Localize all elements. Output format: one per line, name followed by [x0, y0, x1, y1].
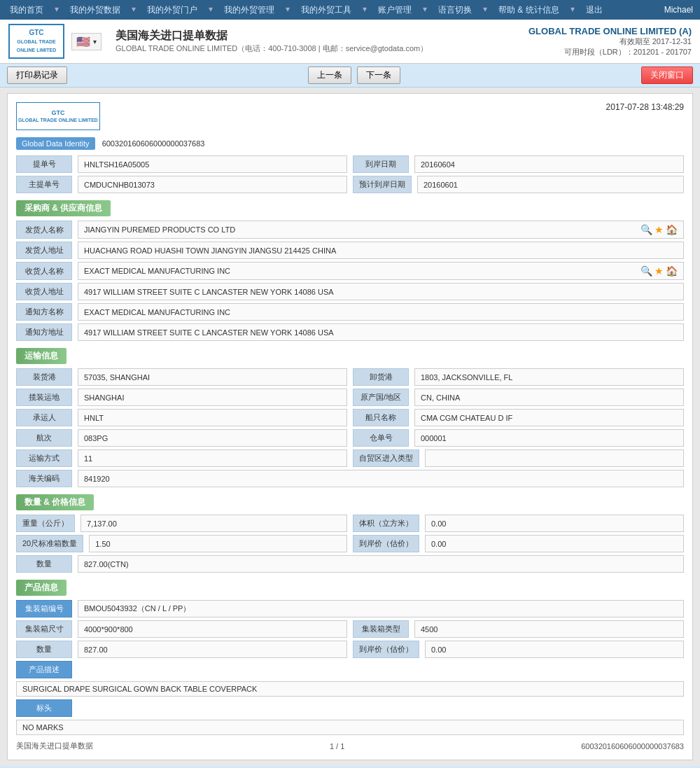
company-name: GLOBAL TRADE ONLINE LIMITED (A)	[528, 26, 692, 36]
shipper-icons: 🔍 ★ 🏠	[640, 224, 678, 235]
container-size-type-row: 集装箱尺寸 4000*900*800 集装箱类型 4500	[16, 620, 684, 638]
account-info: GLOBAL TRADE ONLINE LIMITED (A) 有效期至 201…	[528, 26, 692, 57]
gdi-label: Global Data Identity	[16, 137, 95, 150]
nav-tools[interactable]: 我的外贸工具	[298, 4, 354, 16]
voyage-value: 083PG	[78, 429, 347, 447]
print-button[interactable]: 打印易记录	[7, 67, 67, 84]
shipper-search-icon[interactable]: 🔍	[640, 224, 652, 235]
nav-help[interactable]: 帮助 & 统计信息	[496, 4, 562, 16]
container-no-row: 集装箱编号 BMOU5043932（CN / L / PP）	[16, 600, 684, 617]
product-arrived-price-value: 0.00	[425, 641, 684, 658]
container-no-value: BMOU5043932（CN / L / PP）	[78, 600, 684, 617]
product-section-header: 产品信息	[16, 580, 684, 596]
arrived-price-value: 0.00	[425, 535, 684, 552]
container-20-label: 20尺标准箱数量	[16, 535, 83, 552]
container-type-label: 集装箱类型	[353, 620, 409, 638]
arrived-price-label: 到岸价（估价）	[353, 535, 419, 552]
nav-home[interactable]: 我的首页	[7, 4, 46, 16]
product-title: 产品信息	[16, 580, 66, 596]
page-number: 1 / 1	[330, 742, 344, 750]
master-bill-label: 主提单号	[16, 176, 72, 193]
master-bill-value: CMDUCNHB013073	[78, 176, 347, 193]
nav-portal[interactable]: 我的外贸门户	[144, 4, 200, 16]
qty-value: 827.00(CTN)	[78, 555, 684, 573]
qty-row: 数量 827.00(CTN)	[16, 555, 684, 573]
container-price-row: 20尺标准箱数量 1.50 到岸价（估价） 0.00	[16, 535, 684, 552]
consignee-addr-row: 收货人地址 4917 WILLIAM STREET SUITE C LANCAS…	[16, 283, 684, 300]
consignee-addr-value: 4917 WILLIAM STREET SUITE C LANCASTER NE…	[78, 283, 684, 300]
transport-mode-value: 11	[78, 449, 347, 467]
notify-addr-label: 通知方地址	[16, 323, 72, 341]
ftz-entry-label: 自贸区进入类型	[353, 449, 419, 467]
notify-name-label: 通知方名称	[16, 303, 72, 321]
shipper-name-label: 发货人名称	[16, 221, 72, 239]
shipper-star-icon[interactable]: ★	[654, 224, 664, 235]
product-desc-label: 产品描述	[16, 661, 72, 678]
toolbar-top: 打印易记录 上一条 下一条 关闭窗口	[0, 64, 700, 88]
marks-label: 标头	[16, 699, 72, 717]
supplier-section-header: 采购商 & 供应商信息	[16, 200, 684, 216]
page-main-title: 美国海关进口提单数据	[115, 29, 528, 43]
loading-port-label: 装货港	[16, 368, 72, 386]
transport-ftz-row: 运输方式 11 自贸区进入类型	[16, 449, 684, 467]
qty-section-header: 数量 & 价格信息	[16, 494, 684, 510]
product-arrived-price-label: 到岸价（估价）	[353, 641, 419, 658]
consignee-home-icon[interactable]: 🏠	[666, 265, 678, 277]
nav-account[interactable]: 账户管理	[375, 4, 414, 16]
page-record-id: 600320160606000000037683	[581, 742, 684, 750]
container-20-value: 1.50	[89, 535, 347, 552]
card-header: GTCGLOBAL TRADE ONLINE LIMITED 2017-07-2…	[16, 102, 684, 130]
carrier-value: HNLT	[78, 409, 347, 426]
carrier-label: 承运人	[16, 409, 72, 426]
nav-management[interactable]: 我的外贸管理	[221, 4, 277, 16]
marks-value: NO MARKS	[16, 720, 684, 735]
nav-logout[interactable]: 退出	[583, 4, 606, 16]
card-logo: GTCGLOBAL TRADE ONLINE LIMITED	[16, 102, 100, 130]
container-size-value: 4000*900*800	[78, 620, 347, 638]
vessel-label: 船只名称	[353, 409, 409, 426]
unloading-port-value: 1803, JACKSONVILLE, FL	[414, 368, 684, 386]
prev-button[interactable]: 上一条	[308, 67, 351, 84]
page-info: 美国海关进口提单数据 1 / 1 60032016060600000003768…	[16, 741, 684, 751]
shipper-addr-label: 发货人地址	[16, 242, 72, 259]
shipper-home-icon[interactable]: 🏠	[666, 224, 678, 235]
loading-port-value: 57035, SHANGHAI	[78, 368, 347, 386]
shipper-name-value: JIANGYIN PUREMED PRODUCTS CO LTD 🔍 ★ 🏠	[78, 221, 684, 239]
customs-code-label: 海关编码	[16, 470, 72, 487]
transport-mode-label: 运输方式	[16, 449, 72, 467]
voyage-label: 航次	[16, 429, 72, 447]
loading-place-label: 揽装运地	[16, 389, 72, 406]
loading-place-value: SHANGHAI	[78, 389, 347, 406]
nav-language[interactable]: 语言切换	[435, 4, 475, 16]
flag-icon: 🇺🇸	[76, 35, 90, 48]
nav-trade-data[interactable]: 我的外贸数据	[67, 4, 123, 16]
page-title-footer: 美国海关进口提单数据	[16, 741, 93, 751]
bol-label: 仓单号	[353, 429, 409, 447]
voyage-bol-row: 航次 083PG 仓单号 000001	[16, 429, 684, 447]
bill-no-value: HNLTSH16A05005	[78, 155, 347, 173]
account-time: 可用时段（LDR）：201201 - 201707	[528, 47, 692, 57]
product-desc-row: 产品描述	[16, 661, 684, 678]
nav-items: 我的首页 ▾ 我的外贸数据 ▾ 我的外贸门户 ▾ 我的外贸管理 ▾ 我的外贸工具…	[7, 4, 606, 16]
customs-code-row: 海关编码 841920	[16, 470, 684, 487]
estimated-arrival-label: 预计到岸日期	[353, 176, 412, 193]
consignee-name-label: 收货人名称	[16, 262, 72, 280]
consignee-star-icon[interactable]: ★	[654, 265, 664, 277]
bill-no-row: 提单号 HNLTSH16A05005 到岸日期 20160604	[16, 155, 684, 173]
volume-label: 体积（立方米）	[353, 515, 419, 532]
unloading-port-label: 卸货港	[353, 368, 409, 386]
marks-header-row: 标头	[16, 699, 684, 717]
arrival-date-label: 到岸日期	[353, 155, 409, 173]
product-qty-label: 数量	[16, 641, 72, 658]
page-title-area: 美国海关进口提单数据 GLOBAL TRADE ONLINE LIMITED（电…	[102, 29, 528, 54]
weight-label: 重量（公斤）	[16, 515, 75, 532]
flag-selector[interactable]: 🇺🇸 ▾	[71, 33, 102, 50]
next-button[interactable]: 下一条	[357, 67, 400, 84]
detail-card: GTCGLOBAL TRADE ONLINE LIMITED 2017-07-2…	[7, 93, 693, 760]
gdi-row: Global Data Identity 6003201606060000000…	[16, 137, 684, 150]
close-button[interactable]: 关闭窗口	[641, 67, 693, 84]
consignee-search-icon[interactable]: 🔍	[640, 265, 652, 277]
ftz-entry-value	[425, 449, 684, 467]
top-navigation: 我的首页 ▾ 我的外贸数据 ▾ 我的外贸门户 ▾ 我的外贸管理 ▾ 我的外贸工具…	[0, 0, 700, 20]
qty-title: 数量 & 价格信息	[16, 494, 94, 510]
